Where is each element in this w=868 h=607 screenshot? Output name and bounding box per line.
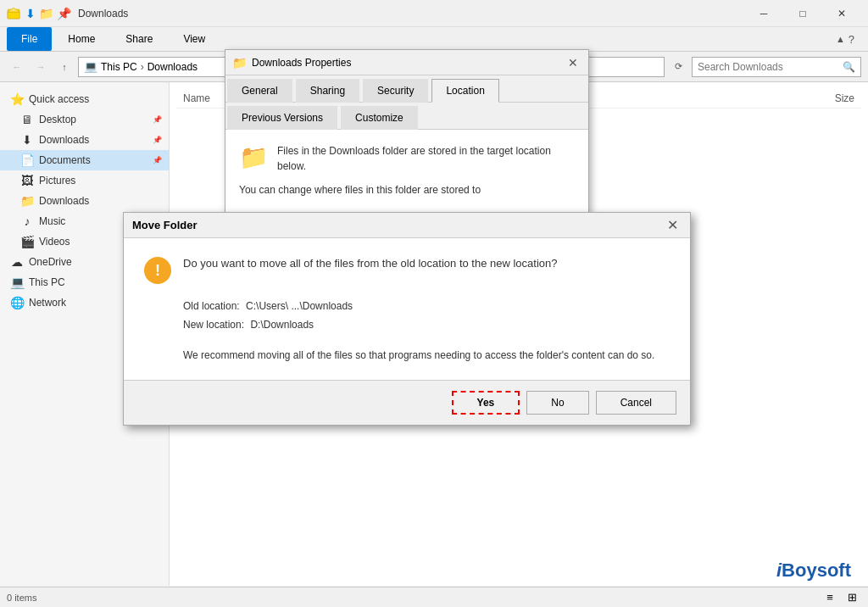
move-no-button[interactable]: No [526, 391, 588, 415]
view-controls: ≡ ⊞ [821, 588, 861, 607]
search-box[interactable]: 🔍 [692, 57, 861, 77]
properties-dialog-title: Downloads Properties [252, 57, 565, 69]
sidebar-item-pictures[interactable]: 🖼 Pictures [0, 170, 169, 191]
pin-icon: 📌 [57, 7, 71, 20]
music-icon: ♪ [20, 214, 34, 228]
document-icon: 📄 [20, 153, 34, 167]
tab-customize[interactable]: Customize [341, 106, 418, 130]
refresh-button[interactable]: ⟳ [668, 57, 688, 77]
pictures-icon: 🖼 [20, 174, 34, 187]
app-icon [7, 7, 20, 20]
old-location-value: C:\Users\ ...\Downloads [246, 300, 353, 312]
path-thispc: This PC [101, 61, 137, 73]
window-title: Downloads [78, 8, 744, 19]
search-input[interactable] [698, 61, 839, 73]
thispc-icon: 💻 [10, 276, 24, 289]
sidebar-label-network: Network [29, 297, 66, 309]
folder-icon-large: 📁 [239, 143, 269, 171]
back-button[interactable]: ← [7, 57, 27, 77]
sidebar-label-videos: Videos [39, 236, 70, 248]
move-dialog-close-button[interactable]: ✕ [663, 216, 682, 235]
tab-general[interactable]: General [227, 79, 292, 103]
star-icon: ⭐ [10, 92, 24, 106]
move-question-text: Do you want to move all of the files fro… [183, 255, 558, 272]
sidebar-item-quick-access[interactable]: ⭐ Quick access [0, 89, 169, 109]
move-question-row: ! Do you want to move all of the files f… [144, 255, 670, 284]
pin-icon-downloads: 📌 [153, 136, 162, 144]
search-icon: 🔍 [843, 61, 855, 73]
old-location-label: Old location: [183, 300, 240, 312]
sidebar-label-desktop: Desktop [39, 114, 76, 125]
move-dialog-footer: Yes No Cancel [124, 380, 690, 425]
move-cancel-button[interactable]: Cancel [596, 391, 676, 415]
ribbon: File Home Share View ▲ ? [0, 27, 868, 52]
sidebar-label-downloads2: Downloads [39, 195, 89, 207]
download-icon: ⬇ [20, 133, 34, 147]
help-icon[interactable]: ? [849, 33, 854, 46]
svg-rect-1 [8, 12, 19, 19]
details-view-button[interactable]: ≡ [821, 588, 839, 607]
properties-tabs: General Sharing Security Location [225, 75, 588, 103]
new-location-label: New location: [183, 319, 244, 331]
move-dialog-title: Move Folder [132, 219, 663, 231]
title-bar: ⬇ 📁 📌 Downloads ─ □ ✕ [0, 0, 868, 27]
item-count: 0 items [7, 593, 36, 603]
move-location-info: Old location: C:\Users\ ...\Downloads Ne… [183, 298, 670, 334]
column-size: Size [835, 92, 854, 104]
properties-close-button[interactable]: ✕ [565, 54, 581, 71]
sidebar-label-music: Music [39, 215, 65, 227]
nav-arrow-down-icon: ⬇ [25, 7, 36, 20]
watermark-text: Boysoft [782, 560, 851, 581]
onedrive-icon: ☁ [10, 255, 24, 269]
folder-icon-small: 📁 [39, 7, 53, 20]
up-button[interactable]: ↑ [54, 57, 75, 77]
pin-icon-desktop: 📌 [153, 115, 162, 124]
tab-view[interactable]: View [169, 27, 220, 51]
close-button[interactable]: ✕ [822, 0, 861, 27]
properties-info-text: Files in the Downloads folder are stored… [277, 143, 575, 174]
properties-dialog-icon: 📁 [232, 56, 247, 70]
sidebar-item-documents[interactable]: 📄 Documents 📌 [0, 150, 169, 170]
move-yes-button[interactable]: Yes [452, 391, 520, 415]
sidebar-label-pictures: Pictures [39, 175, 75, 187]
forward-button[interactable]: → [31, 57, 51, 77]
sidebar-label-quick-access: Quick access [29, 93, 89, 105]
tab-share[interactable]: Share [111, 27, 167, 51]
tab-prev-versions[interactable]: Previous Versions [227, 106, 337, 130]
computer-icon: 💻 [84, 60, 97, 73]
collapse-ribbon-icon[interactable]: ▲ [836, 34, 845, 44]
tab-location[interactable]: Location [431, 79, 498, 103]
move-dialog-title-bar: Move Folder ✕ [124, 213, 690, 238]
sidebar-label-thispc: This PC [29, 276, 65, 288]
tiles-view-button[interactable]: ⊞ [843, 588, 861, 607]
path-downloads: Downloads [147, 61, 198, 73]
column-name: Name [183, 92, 210, 104]
sidebar-item-downloads2[interactable]: 📁 Downloads [0, 191, 169, 211]
minimize-button[interactable]: ─ [744, 0, 783, 27]
tab-security[interactable]: Security [363, 79, 428, 103]
folder-icon: 📁 [20, 194, 34, 208]
new-location-value: D:\Downloads [250, 319, 314, 331]
maximize-button[interactable]: □ [783, 0, 822, 27]
window-controls: ─ □ ✕ [744, 0, 861, 27]
videos-icon: 🎬 [20, 235, 34, 248]
tab-sharing[interactable]: Sharing [296, 79, 359, 103]
pin-icon-documents: 📌 [153, 156, 162, 164]
watermark: iBoysoft [776, 560, 851, 582]
tab-home[interactable]: Home [53, 27, 109, 51]
move-recommend-text: We recommend moving all of the files so … [183, 348, 670, 363]
sidebar-label-documents: Documents [39, 154, 91, 166]
status-bar: 0 items ≡ ⊞ [0, 587, 868, 607]
network-icon: 🌐 [10, 296, 24, 309]
properties-info-row: 📁 Files in the Downloads folder are stor… [239, 143, 575, 174]
sidebar-label-downloads: Downloads [39, 134, 89, 146]
properties-title-bar: 📁 Downloads Properties ✕ [225, 50, 588, 75]
move-folder-dialog: Move Folder ✕ ! Do you want to move all … [123, 212, 691, 426]
sidebar-item-downloads[interactable]: ⬇ Downloads 📌 [0, 130, 169, 150]
sidebar-item-desktop[interactable]: 🖥 Desktop 📌 [0, 109, 169, 130]
ribbon-tabs: File Home Share View ▲ ? [0, 27, 868, 51]
sidebar-label-onedrive: OneDrive [29, 256, 72, 268]
tab-file[interactable]: File [7, 27, 52, 51]
warning-icon: ! [144, 257, 171, 284]
move-dialog-body: ! Do you want to move all of the files f… [124, 238, 690, 380]
